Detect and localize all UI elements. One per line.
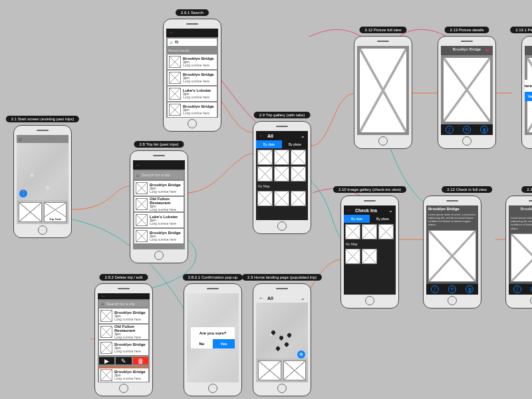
header-title: Brooklyn Bridge (509, 207, 532, 211)
phone-checkin-details: Brooklyn Bridge✕ Lorem ipsum dolor sit a… (505, 196, 532, 309)
screen-label: 2.6.1 Search (176, 9, 209, 16)
locate-button[interactable]: ⊕ (297, 350, 305, 358)
search-input[interactable]: ⌕ B| (168, 39, 217, 46)
play-button[interactable]: ▶ (99, 357, 114, 364)
chevron-down-icon[interactable]: ⌄ (388, 207, 393, 213)
map-pin[interactable] (284, 342, 289, 347)
action-delete[interactable]: 🗑 (466, 285, 473, 293)
map-pin[interactable] (271, 330, 276, 335)
trip-card[interactable]: Trip Card (44, 202, 67, 222)
result-row[interactable]: Brooklyn Bridge3pmLong sunrise here (168, 102, 217, 117)
result-row[interactable]: Brooklyn Bridge3pmLong sunrise here (168, 70, 217, 85)
list-row[interactable]: Brooklyn Bridge3pmLong sunrise here (99, 309, 148, 323)
location-badge[interactable]: 📍 (19, 190, 27, 198)
back-icon[interactable]: ← (259, 133, 265, 139)
thumb-icon (169, 104, 181, 116)
search-icon: ⌕ (170, 39, 173, 45)
topbar: ← (166, 29, 218, 37)
phone-start: ⌕ 📍 Trip Card (13, 125, 72, 238)
trip-card[interactable] (19, 202, 42, 222)
no-button[interactable]: No (191, 339, 213, 348)
tab-byplace[interactable]: By place (370, 215, 396, 223)
header-title: Check Ins (355, 208, 386, 213)
search-icon[interactable]: ⌕ (19, 136, 22, 142)
phone-checkin-fullview: Brooklyn BridgeLorem ipsum dolor sit ame… (423, 196, 481, 309)
grid-cell[interactable] (362, 224, 377, 239)
grid-cell[interactable] (291, 150, 306, 165)
thumb-icon (169, 56, 181, 68)
back-icon[interactable]: ← (169, 30, 175, 36)
dialog-question: Are you sure? (191, 327, 235, 339)
phone-confirm-popup: Are you sure? No Yes (184, 283, 242, 396)
list-row[interactable]: Brooklyn Bridge3pmLong sunrise here (134, 229, 184, 243)
action-button[interactable]: ⤴ (431, 285, 439, 293)
grid-cell[interactable] (291, 191, 306, 206)
screen-label: 2.12 Picture full view (359, 27, 406, 33)
grid-cell[interactable] (257, 150, 273, 165)
section-header: No Map (256, 183, 308, 190)
trip-strip (256, 358, 308, 382)
trip-card[interactable] (258, 360, 281, 380)
grid-cell[interactable] (345, 249, 360, 264)
phone-checkins-gallery: ←Check Ins⌄ By dateBy place No Map (340, 196, 399, 309)
back-icon[interactable]: ← (346, 207, 352, 213)
map-pin[interactable] (279, 335, 284, 340)
back-icon[interactable]: ← (136, 162, 142, 168)
list-row[interactable]: Brooklyn Bridge3pmLong sunrise here (99, 367, 148, 382)
grid-cell[interactable] (291, 166, 306, 182)
tab-bydate[interactable]: By date (344, 215, 370, 223)
delete-button[interactable]: 🗑 (133, 357, 148, 364)
list-row[interactable]: Brooklyn Bridge3pmLong sunrise here (134, 181, 184, 196)
image-placeholder[interactable] (359, 48, 407, 133)
chevron-down-icon[interactable]: ⌄ (301, 133, 305, 139)
screen-label: 2.8.2 Delete trip / edit (99, 274, 148, 281)
grid-cell[interactable] (257, 166, 273, 182)
action-button[interactable]: ⟲ (463, 126, 471, 134)
result-row[interactable]: Luke's Lobster3pmLong sunrise here (168, 86, 217, 101)
grid-cell[interactable] (274, 191, 289, 206)
image-placeholder[interactable] (443, 57, 491, 122)
screen-label: 2.3 Home landing page (populated trip) (242, 274, 322, 281)
grid-cell[interactable] (257, 191, 273, 206)
tab-byplace[interactable]: By place (282, 140, 308, 148)
grid-cell[interactable] (378, 224, 394, 239)
map-pin[interactable] (275, 346, 280, 351)
phone-landing-map: ← All ⌄ ⊕ P (253, 283, 311, 396)
trip-card[interactable] (283, 360, 307, 380)
phone-delete-confirm: ✕ Delete picture? No Yes (521, 36, 532, 149)
list-row[interactable]: Luke's Lobster3pmLong sunrise here (134, 213, 184, 227)
yes-button[interactable]: Yes (525, 92, 532, 101)
search-icon: ⌕ (136, 172, 140, 178)
result-row[interactable]: Brooklyn Bridge3pmLong sunrise here (168, 55, 217, 69)
yes-button[interactable]: Yes (213, 339, 235, 348)
search-value: B| (175, 40, 179, 44)
screen-label: 2.13.1 Picture delete confirmation pop-u… (510, 27, 532, 33)
map-pin[interactable] (287, 332, 292, 337)
phone-search: ← ⌕ B| Recent results Brooklyn Bridge3pm… (163, 19, 221, 132)
grid-cell[interactable] (362, 249, 377, 264)
action-button[interactable]: ⤴ (446, 126, 454, 134)
screen-label: 2.11 Check in details (521, 186, 532, 193)
edit-button[interactable]: ✎ (116, 357, 131, 364)
search-input[interactable]: ⌕ Search for a trip (134, 171, 184, 179)
grid-cell[interactable] (274, 150, 289, 165)
list-row[interactable]: Brooklyn Bridge3pmLong sunrise here (99, 340, 148, 355)
tab-bydate[interactable]: By date (256, 140, 282, 148)
screen-label: 2.8 Trip list (past trips) (134, 141, 184, 148)
phone-gallery: ←All⌄ By date By place No Map (253, 121, 311, 234)
list-row[interactable]: Old Fulton Restaurant3pmLong sunrise her… (99, 325, 148, 339)
image-placeholder[interactable] (428, 230, 476, 282)
chevron-down-icon[interactable]: ⌄ (301, 295, 305, 301)
confirm-dialog: Are you sure? No Yes (191, 327, 235, 348)
action-button[interactable]: ⤴ (513, 285, 521, 293)
screen-label: 2.10 Image gallery (check-ins view) (333, 186, 406, 193)
close-icon[interactable]: ✕ (485, 47, 490, 54)
action-button[interactable]: ⟲ (448, 285, 456, 293)
list-row[interactable]: Old Fulton Restaurant3pmLong sunrise her… (134, 197, 184, 211)
grid-cell[interactable] (345, 224, 360, 239)
grid-cell[interactable] (274, 166, 289, 182)
back-icon[interactable]: ← (259, 295, 265, 301)
thumb-icon (169, 88, 181, 100)
back-icon[interactable]: ← (100, 293, 106, 299)
action-delete[interactable]: 🗑 (480, 126, 488, 134)
